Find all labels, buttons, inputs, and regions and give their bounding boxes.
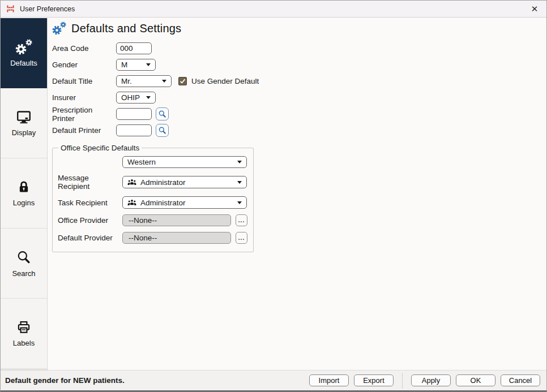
dropdown-arrow-icon — [162, 80, 166, 83]
sidebar-item-label: Defaults — [10, 59, 37, 67]
default-printer-label: Default Printer — [52, 126, 116, 135]
import-button[interactable]: Import — [309, 374, 349, 386]
settings-gears-icon — [52, 21, 66, 35]
insurer-value: OHIP — [121, 93, 140, 102]
sidebar-item-logins[interactable]: Logins — [1, 158, 47, 229]
check-icon — [180, 78, 186, 84]
insurer-label: Insurer — [52, 93, 116, 102]
magnifier-icon — [16, 249, 32, 265]
close-button[interactable]: ✕ — [526, 2, 543, 16]
insurer-select[interactable]: OHIP — [116, 92, 156, 104]
default-provider-value: --None-- — [129, 234, 157, 242]
default-provider-field: --None-- — [122, 232, 231, 244]
default-provider-label: Default Provider — [58, 234, 122, 242]
default-printer-search-button[interactable] — [156, 124, 169, 137]
default-title-value: Mr. — [121, 77, 132, 85]
prescription-printer-search-button[interactable] — [156, 107, 169, 120]
button-group: Import Export Apply OK Cancel — [309, 373, 540, 389]
area-code-label: Area Code — [52, 44, 116, 53]
apply-button[interactable]: Apply — [411, 374, 451, 386]
office-specific-defaults-group: Office Specific Defaults Western Message… — [52, 144, 254, 252]
default-printer-input[interactable] — [116, 124, 152, 136]
sidebar-item-labels[interactable]: Labels — [1, 299, 47, 369]
office-provider-label: Office Provider — [58, 216, 122, 225]
sidebar-item-defaults[interactable]: Defaults — [1, 18, 47, 88]
title-bar: User Preferences ✕ — [1, 1, 546, 18]
prescription-printer-input[interactable] — [116, 108, 152, 120]
default-title-select[interactable]: Mr. — [116, 75, 172, 87]
dropdown-arrow-icon — [146, 63, 151, 66]
task-recipient-select[interactable]: Administrator — [122, 196, 247, 209]
gender-select[interactable]: M — [116, 59, 156, 71]
cancel-button[interactable]: Cancel — [501, 374, 540, 386]
office-provider-field: --None-- — [122, 214, 231, 226]
printer-icon — [16, 320, 31, 335]
sidebar-item-label: Logins — [13, 199, 35, 207]
dropdown-arrow-icon — [237, 181, 242, 184]
default-title-label: Default Title — [52, 77, 116, 85]
page-title: Defaults and Settings — [71, 22, 181, 35]
main-content: Defaults and Settings Area Code Gender M… — [48, 18, 546, 370]
gears-icon — [15, 39, 32, 55]
gender-value: M — [121, 61, 127, 69]
message-recipient-label: Message Recipient — [58, 174, 122, 191]
task-recipient-value: Administrator — [140, 199, 186, 207]
export-button[interactable]: Export — [354, 374, 394, 386]
status-hint: Default gender for NEW patients. — [5, 376, 125, 385]
sidebar-item-label: Labels — [13, 339, 35, 347]
use-gender-default-checkbox[interactable] — [178, 77, 187, 85]
user-preferences-window: User Preferences ✕ Defaults — [0, 0, 547, 392]
prescription-printer-label: Prescription Printer — [52, 106, 116, 123]
sidebar-item-label: Display — [12, 128, 36, 137]
window-title: User Preferences — [20, 5, 75, 13]
lock-icon — [16, 179, 31, 195]
sidebar-item-search[interactable]: Search — [1, 229, 47, 299]
office-specific-defaults-legend: Office Specific Defaults — [58, 144, 142, 152]
dropdown-arrow-icon — [237, 201, 242, 204]
magnifier-icon — [158, 126, 166, 135]
monitor-icon — [16, 110, 32, 124]
message-recipient-value: Administrator — [140, 178, 186, 187]
people-icon — [127, 199, 136, 206]
sidebar-item-label: Search — [12, 269, 35, 278]
sidebar-item-display[interactable]: Display — [1, 88, 47, 158]
office-provider-browse-button[interactable]: ... — [236, 214, 247, 226]
use-gender-default-label: Use Gender Default — [191, 77, 259, 85]
button-divider — [402, 373, 403, 389]
default-provider-browse-button[interactable]: ... — [236, 232, 247, 244]
sidebar: Defaults Display Logins — [1, 18, 48, 370]
message-recipient-select[interactable]: Administrator — [122, 176, 247, 188]
area-code-input[interactable] — [116, 42, 152, 54]
app-brackets-icon — [6, 4, 15, 14]
magnifier-icon — [158, 110, 166, 118]
dropdown-arrow-icon — [146, 96, 151, 99]
ok-button[interactable]: OK — [456, 374, 495, 386]
people-icon — [127, 179, 136, 186]
status-bar: Default gender for NEW patients. Import … — [1, 370, 546, 390]
office-value: Western — [127, 158, 156, 166]
task-recipient-label: Task Recipient — [58, 199, 122, 207]
office-select[interactable]: Western — [122, 156, 247, 168]
gender-label: Gender — [52, 61, 116, 69]
office-provider-value: --None-- — [129, 216, 157, 225]
dropdown-arrow-icon — [237, 161, 242, 163]
